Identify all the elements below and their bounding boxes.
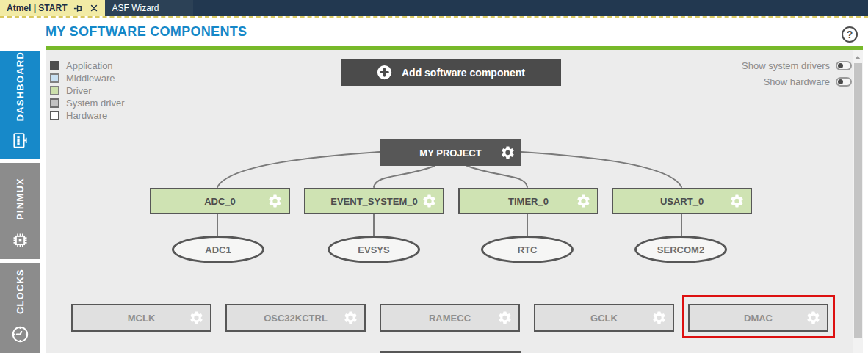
add-software-component-button[interactable]: Add software component: [341, 59, 561, 86]
sidebar-item-label: PINMUX: [15, 178, 26, 220]
pin-icon[interactable]: [73, 4, 83, 13]
page-title: MY SOFTWARE COMPONENTS: [46, 24, 247, 40]
node-label: MY PROJECT: [419, 148, 481, 159]
gear-icon[interactable]: [651, 310, 667, 326]
peripheral-label: ADC1: [205, 244, 231, 255]
node-dmac[interactable]: DMAC: [688, 304, 828, 332]
tab-label: Atmel | START: [7, 3, 67, 13]
sidebar-item-dashboard[interactable]: DASHBOARD: [0, 51, 40, 159]
clock-icon: [10, 324, 30, 344]
node-label: RAMECC: [429, 313, 471, 324]
tab-atmel-start[interactable]: Atmel | START: [0, 0, 105, 16]
peripheral-adc1[interactable]: ADC1: [172, 236, 264, 263]
node-gclk[interactable]: GCLK: [534, 304, 674, 332]
sidebar-item-pinmux[interactable]: PINMUX: [0, 163, 40, 259]
gear-icon[interactable]: [729, 194, 745, 209]
legend-label: Middleware: [66, 73, 115, 84]
legend-item-application: Application: [50, 59, 124, 72]
legend-item-middleware: Middleware: [50, 72, 124, 84]
node-usart-0[interactable]: USART_0: [612, 188, 752, 214]
node-timer-0[interactable]: TIMER_0: [458, 188, 598, 214]
peripheral-label: SERCOM2: [657, 244, 704, 255]
help-button[interactable]: ?: [842, 26, 858, 43]
show-hardware-row: Show hardware: [764, 76, 852, 87]
chip-icon: [10, 230, 30, 250]
node-adc-0[interactable]: ADC_0: [150, 188, 290, 214]
node-mclk[interactable]: MCLK: [71, 304, 211, 332]
legend-label: Driver: [66, 85, 92, 96]
show-hardware-toggle[interactable]: [836, 77, 852, 87]
gear-icon[interactable]: [267, 194, 283, 209]
node-label: EVENT_SYSTEM_0: [330, 196, 418, 207]
legend-item-hardware: Hardware: [50, 109, 124, 122]
node-osc32kctrl[interactable]: OSC32KCTRL: [225, 304, 366, 332]
peripheral-evsys[interactable]: EVSYS: [328, 236, 420, 263]
plus-icon: [377, 65, 392, 80]
scroll-up-arrow-icon[interactable]: [855, 56, 861, 59]
peripheral-label: EVSYS: [358, 244, 389, 255]
node-my-project[interactable]: MY PROJECT: [380, 139, 521, 166]
vertical-scrollbar[interactable]: [853, 50, 863, 353]
node-label: GCLK: [590, 313, 618, 324]
driver-swatch: [50, 86, 59, 95]
node-label: MCLK: [128, 313, 156, 324]
legend-item-system-driver: System driver: [50, 97, 124, 109]
system-driver-swatch: [50, 98, 59, 108]
show-system-drivers-row: Show system drivers: [742, 59, 852, 71]
node-label: OSC32KCTRL: [264, 313, 328, 324]
middleware-swatch: [50, 73, 59, 83]
show-system-drivers-toggle[interactable]: [836, 61, 852, 70]
legend-label: Application: [66, 60, 113, 71]
gear-icon[interactable]: [497, 310, 513, 326]
gear-icon[interactable]: [343, 310, 358, 326]
gear-icon[interactable]: [576, 194, 591, 209]
peripheral-label: RTC: [518, 244, 538, 255]
legend-item-driver: Driver: [50, 84, 124, 97]
legend: Application Middleware Driver System dri…: [50, 59, 124, 122]
toggle-label: Show hardware: [764, 76, 830, 87]
sidebar-item-label: CLOCKS: [15, 269, 26, 314]
node-label: ADC_0: [204, 196, 236, 207]
add-button-label: Add software component: [402, 67, 525, 79]
node-ramecc[interactable]: RAMECC: [380, 304, 520, 332]
node-label: USART_0: [660, 196, 704, 207]
legend-label: Hardware: [66, 110, 107, 121]
atmel-start-window: Atmel | START ASF Wizard MY SOFTWARE COM…: [0, 0, 868, 353]
gear-icon[interactable]: [806, 310, 821, 326]
hardware-swatch: [50, 111, 59, 120]
sidebar-item-clocks[interactable]: CLOCKS: [0, 263, 40, 353]
application-swatch: [50, 61, 59, 70]
tab-separator: [0, 16, 868, 18]
peripheral-sercom2[interactable]: SERCOM2: [634, 236, 727, 263]
tab-label: ASF Wizard: [112, 3, 159, 13]
peripheral-rtc[interactable]: RTC: [481, 236, 574, 263]
sidebar-item-label: DASHBOARD: [15, 51, 26, 121]
toggle-knob: [838, 79, 843, 84]
toggle-label: Show system drivers: [742, 60, 830, 71]
toggle-knob: [838, 63, 843, 68]
dashboard-icon: [11, 131, 29, 150]
node-event-system-0[interactable]: EVENT_SYSTEM_0: [304, 188, 444, 214]
gear-icon[interactable]: [189, 310, 204, 326]
document-tab-bar: Atmel | START ASF Wizard: [0, 0, 868, 16]
node-label: TIMER_0: [508, 196, 549, 207]
gear-icon[interactable]: [422, 194, 437, 209]
legend-label: System driver: [66, 98, 124, 109]
node-label: DMAC: [744, 313, 773, 324]
gear-icon[interactable]: [500, 145, 516, 161]
close-icon[interactable]: [90, 4, 98, 12]
tab-asf-wizard[interactable]: ASF Wizard: [105, 0, 193, 16]
scrollbar-thumb[interactable]: [854, 63, 862, 338]
